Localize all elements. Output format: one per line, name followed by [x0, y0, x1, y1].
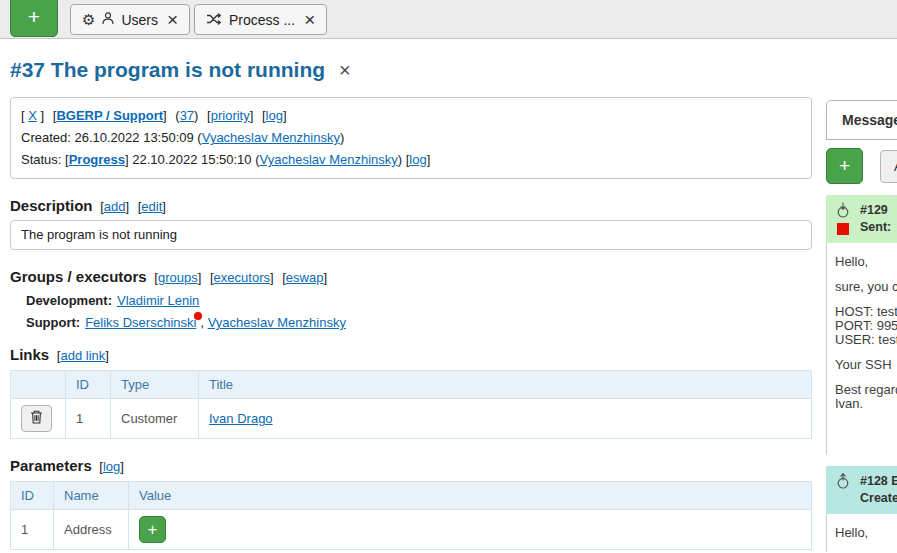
- tab-close-icon[interactable]: ×: [167, 10, 178, 29]
- project-link[interactable]: BGERP / Support: [56, 108, 163, 123]
- delete-link-button[interactable]: [21, 405, 52, 432]
- incoming-message-icon: [835, 202, 851, 221]
- all-messages-button[interactable]: All: [880, 150, 897, 183]
- message-status: Created: [860, 490, 897, 507]
- status-log-link[interactable]: log: [409, 152, 426, 167]
- new-message-button[interactable]: +: [826, 148, 863, 184]
- trash-icon: [30, 410, 43, 427]
- message-header-outgoing: #128 Email Created: [826, 466, 897, 514]
- parameters-table-header-row: ID Name Value: [11, 482, 812, 510]
- status-user-link[interactable]: Vyacheslav Menzhinsky: [260, 152, 398, 167]
- parameters-heading: Parameters: [10, 457, 92, 474]
- message-header-incoming: #129 Sent:: [826, 195, 897, 243]
- priority-link[interactable]: priority: [211, 108, 250, 123]
- parameters-col-value: Value: [129, 482, 812, 510]
- message-body: Hello, sure, you can HOST: test PORT: 99…: [826, 243, 897, 455]
- description-edit-link[interactable]: edit: [141, 199, 162, 214]
- message-status: Sent:: [860, 219, 891, 236]
- task-page: #37 The program is not running × [ X ] […: [0, 40, 822, 550]
- executor-link[interactable]: Feliks Dserschinski: [85, 315, 196, 330]
- task-info-box: [ X ] [BGERP / Support] (37) [priority] …: [10, 97, 812, 179]
- tab-label: Users: [121, 12, 158, 28]
- page-title: #37 The program is not running: [10, 58, 325, 82]
- link-row-type: Customer: [111, 399, 199, 439]
- groups-heading: Groups / executors: [10, 268, 147, 285]
- messages-panel: Messages + All #129 Sent: Hello, sure, y…: [822, 100, 897, 552]
- executor-link[interactable]: Vyacheslav Menzhinsky: [208, 315, 346, 330]
- groups-link[interactable]: groups: [158, 270, 198, 285]
- links-col-actions: [11, 371, 66, 399]
- description-add-link[interactable]: add: [104, 199, 126, 214]
- table-row: 1 Address +: [11, 510, 812, 550]
- links-table: ID Type Title 1 Customer Ivan Drago: [10, 370, 812, 439]
- info-line-status: Status: [Progress] 22.10.2022 15:50:10 (…: [21, 149, 801, 171]
- close-task-icon[interactable]: ×: [339, 59, 351, 82]
- message-id: #129: [860, 202, 891, 219]
- parameters-col-name: Name: [54, 482, 129, 510]
- links-table-header-row: ID Type Title: [11, 371, 812, 399]
- shuffle-icon: [206, 12, 222, 28]
- parameter-row-name: Address: [54, 510, 129, 550]
- tab-bar: + ⚙ Users × Process ... ×: [0, 0, 897, 39]
- info-line-links: [ X ] [BGERP / Support] (37) [priority] …: [21, 105, 801, 127]
- tab-process[interactable]: Process ... ×: [194, 4, 327, 35]
- link-title-link[interactable]: Ivan Drago: [209, 411, 273, 426]
- message-body: Hello,: [826, 514, 897, 552]
- links-col-id: ID: [66, 371, 111, 399]
- outgoing-message-icon: [835, 473, 851, 492]
- executors-link[interactable]: executors: [214, 270, 270, 285]
- tab-messages[interactable]: Messages: [826, 100, 897, 140]
- message-id: #128 Email: [860, 473, 897, 490]
- user-icon: [102, 12, 114, 28]
- eswap-link[interactable]: eswap: [286, 270, 324, 285]
- parameters-table: ID Name Value 1 Address +: [10, 481, 812, 550]
- links-col-type: Type: [111, 371, 199, 399]
- parameters-section-heading: Parameters [log]: [10, 457, 812, 474]
- link-row-id: 1: [66, 399, 111, 439]
- task-x-link[interactable]: X: [28, 108, 37, 123]
- tab-users[interactable]: ⚙ Users ×: [70, 4, 190, 35]
- add-link-link[interactable]: add link: [60, 348, 105, 363]
- tab-label: Process ...: [229, 12, 295, 28]
- add-address-button[interactable]: +: [139, 516, 166, 543]
- new-tab-button[interactable]: +: [10, 0, 58, 37]
- parameter-row-id: 1: [11, 510, 54, 550]
- executor-link[interactable]: Vladimir Lenin: [117, 293, 199, 308]
- links-heading: Links: [10, 346, 49, 363]
- executor-row-development: Development:Vladimir Lenin: [26, 290, 812, 312]
- description-heading: Description: [10, 197, 93, 214]
- tab-close-icon[interactable]: ×: [304, 10, 315, 29]
- description-section-heading: Description [add] [edit]: [10, 197, 812, 214]
- links-col-title: Title: [199, 371, 812, 399]
- info-line-created: Created: 26.10.2022 13:50:09 (Vyacheslav…: [21, 127, 801, 149]
- message-item[interactable]: #128 Email Created Hello,: [826, 466, 897, 552]
- groups-section-heading: Groups / executors [groups] [executors] …: [10, 268, 812, 285]
- parameters-log-link[interactable]: log: [103, 459, 120, 474]
- log-link[interactable]: log: [266, 108, 283, 123]
- table-row: 1 Customer Ivan Drago: [11, 399, 812, 439]
- attachment-marker: [837, 223, 849, 235]
- status-link[interactable]: Progress: [69, 152, 125, 167]
- message-item[interactable]: #129 Sent: Hello, sure, you can HOST: te…: [826, 195, 897, 455]
- description-text-box: The program is not running: [10, 220, 812, 250]
- links-section-heading: Links [add link]: [10, 346, 812, 363]
- parameters-col-id: ID: [11, 482, 54, 510]
- executor-row-support: Support:Feliks Dserschinski, Vyacheslav …: [26, 312, 812, 334]
- created-user-link[interactable]: Vyacheslav Menzhinsky: [202, 130, 340, 145]
- task-id-link[interactable]: 37: [180, 108, 194, 123]
- gear-icon: ⚙: [82, 11, 95, 29]
